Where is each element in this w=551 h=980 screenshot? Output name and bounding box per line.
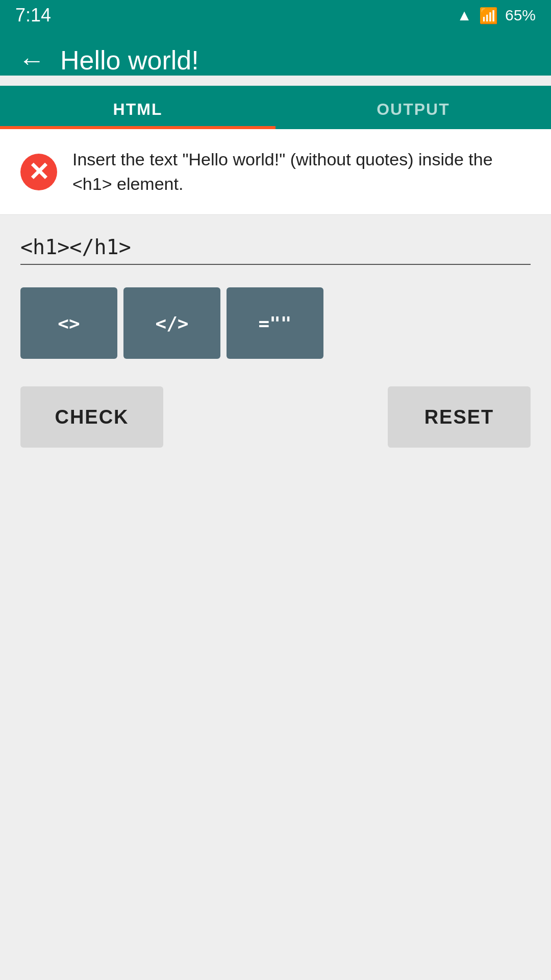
open-tag-button[interactable]: <>	[20, 287, 117, 359]
status-bar: 7:14 ▲ 📶 65%	[0, 0, 551, 31]
x-icon: ✕	[28, 159, 49, 185]
reset-button[interactable]: RESET	[388, 386, 531, 448]
attr-button[interactable]: =""	[227, 287, 323, 359]
error-icon: ✕	[20, 154, 57, 190]
close-tag-button[interactable]: </>	[123, 287, 220, 359]
code-area	[0, 215, 551, 275]
app-bar: ← Hello world!	[0, 31, 551, 76]
wifi-icon: ▲	[457, 7, 472, 24]
status-time: 7:14	[15, 5, 51, 26]
tab-html[interactable]: HTML	[0, 86, 276, 129]
tabs-container: HTML OUTPUT	[0, 86, 551, 129]
tab-output[interactable]: OUTPUT	[276, 86, 551, 129]
content-area: ✕ Insert the text "Hello world!" (withou…	[0, 129, 551, 956]
check-button[interactable]: CHECK	[20, 386, 163, 448]
back-button[interactable]: ←	[18, 47, 45, 74]
status-icons: ▲ 📶 65%	[457, 7, 536, 24]
symbol-buttons-container: <> </> =""	[0, 275, 551, 371]
app-title: Hello world!	[60, 45, 199, 76]
instruction-text: Insert the text "Hello world!" (without …	[72, 148, 531, 196]
action-buttons-container: CHECK RESET	[0, 371, 551, 463]
code-input[interactable]	[20, 235, 531, 265]
instruction-card: ✕ Insert the text "Hello world!" (withou…	[0, 129, 551, 215]
battery-level: 65%	[505, 7, 536, 24]
signal-icon: 📶	[479, 7, 498, 24]
